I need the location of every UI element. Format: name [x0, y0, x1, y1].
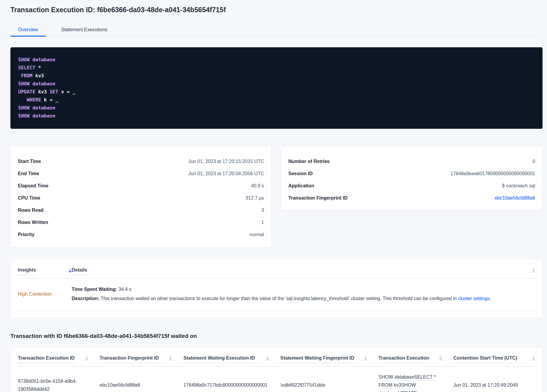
summary-row: Rows Written1	[18, 216, 264, 228]
sql-statement-box: SHOW databaseSELECT * FROM kv3SHOW datab…	[10, 47, 543, 129]
row-value: 40.9 s	[251, 183, 264, 189]
sort-up-arrow-icon	[69, 268, 72, 270]
summary-row: Number of Retries0	[288, 155, 535, 167]
summary-card-timing: Start TimeJun 01, 2023 at 17:20:15:2015 …	[10, 146, 271, 247]
row-label: Session ID	[288, 170, 313, 177]
row-value: 0	[532, 158, 535, 164]
sort-up-arrow-icon	[85, 356, 88, 358]
insights-header-label[interactable]: Insights	[18, 267, 36, 275]
tab-bar: Overview Statement Executions	[10, 23, 543, 37]
row-value: Jun 01, 2023 at 17:20:56:2056 UTC	[188, 170, 264, 177]
row-label: Rows Read	[18, 207, 43, 213]
row-label: Rows Written	[18, 219, 48, 225]
sql-line: UPDATE kv3 SET v = _	[18, 88, 535, 96]
sort-down-arrow-icon	[532, 359, 535, 361]
summary-row: Elapsed Time40.9 s	[18, 180, 264, 192]
sort-icon[interactable]	[69, 267, 72, 274]
cell-contention-start-time: Jun 01, 2023 at 17:20:49:2049	[453, 381, 535, 389]
insight-type-cell: High Contention	[18, 291, 72, 297]
row-value: 3	[261, 207, 264, 213]
high-contention-badge: High Contention	[18, 291, 52, 297]
row-label: CPU Time	[18, 195, 40, 201]
sort-up-arrow-icon	[532, 356, 535, 358]
sort-down-arrow-icon	[439, 359, 442, 361]
column-header-transaction-execution-id: Transaction Execution ID	[18, 355, 100, 363]
column-header-contention-start-time: Contention Start Time (UTC)	[453, 355, 535, 363]
column-header-statement-waiting-execution-id: Statement Waiting Execution ID	[183, 355, 280, 363]
summary-card-session: Number of Retries0 Session ID17648a9eea6…	[281, 146, 543, 211]
cell-transaction-execution: SHOW databaseSELECT * FROM kv3SHOW datab…	[378, 373, 453, 392]
sql-line: SHOW database	[18, 112, 535, 120]
row-value: normal	[249, 231, 264, 238]
transaction-fingerprint-link[interactable]: ebc10ae56cfd88a8	[495, 195, 535, 201]
sort-icon[interactable]	[532, 355, 535, 362]
summary-row: CPU Time312.7 µs	[18, 192, 264, 204]
time-spent-waiting-line: Time Spent Waiting: 34.4 s	[72, 286, 535, 293]
row-value: $ cockroach sql	[502, 183, 535, 189]
column-header-transaction-fingerprint-id: Transaction Fingerprint ID	[100, 355, 183, 363]
row-label: Priority	[18, 231, 34, 238]
table-row: 9738d051-bc0e-4158-a9b4-1903586ddd42 ebc…	[18, 366, 535, 392]
sort-up-arrow-icon	[532, 268, 535, 270]
column-header-statement-waiting-fingerprint-id: Statement Waiting Fingerprint ID	[280, 355, 378, 363]
sort-down-arrow-icon	[532, 271, 535, 273]
sql-line: SELECT *	[18, 64, 535, 72]
sort-icon[interactable]	[169, 355, 172, 362]
row-label: Start Time	[18, 158, 41, 164]
header-label[interactable]: Transaction Fingerprint ID	[100, 355, 159, 363]
cell-transaction-fingerprint-id: ebc10ae56cfd88a8	[100, 381, 183, 389]
header-label[interactable]: Contention Start Time (UTC)	[453, 355, 517, 363]
cell-statement-waiting-execution-id: 176498a9c717bdc80000000000000001	[183, 381, 280, 389]
sql-line: SHOW database	[18, 104, 535, 112]
sort-icon[interactable]	[439, 355, 442, 362]
card-bottom-spacer	[18, 311, 535, 318]
waiting-value: 34.4 s	[117, 287, 131, 292]
description-period: .	[490, 296, 491, 301]
sort-down-arrow-icon	[85, 359, 88, 361]
tab-overview[interactable]: Overview	[10, 23, 46, 36]
summary-row: End TimeJun 01, 2023 at 17:20:56:2056 UT…	[18, 167, 264, 180]
description-text: This transaction waited on other transac…	[99, 296, 458, 301]
summary-cards-row: Start TimeJun 01, 2023 at 17:20:15:2015 …	[10, 146, 543, 247]
sort-down-arrow-icon	[364, 359, 367, 361]
summary-row: Prioritynormal	[18, 228, 264, 241]
waited-on-table-card: Transaction Execution ID Transaction Fin…	[10, 347, 543, 392]
insight-details-cell: Time Spent Waiting: 34.4 s Description: …	[72, 286, 535, 302]
waited-on-heading: Transaction with ID f6be6366-da03-48de-a…	[10, 333, 543, 339]
sort-icon[interactable]	[364, 355, 367, 362]
tab-statement-executions[interactable]: Statement Executions	[54, 23, 115, 36]
row-value: 17648a9eea6017800000000000000001	[450, 170, 535, 177]
sort-up-arrow-icon	[364, 356, 367, 358]
sort-up-arrow-icon	[266, 356, 269, 358]
insights-table-card: Insights Details High Contention Time Sp…	[10, 259, 543, 318]
description-label: Description:	[72, 296, 99, 301]
summary-row: Session ID17648a9eea60178000000000000000…	[288, 167, 535, 180]
sort-down-arrow-icon	[169, 359, 172, 361]
column-header-transaction-execution: Transaction Execution	[378, 355, 453, 363]
sort-icon[interactable]	[85, 355, 88, 362]
sort-up-arrow-icon	[169, 356, 172, 358]
cluster-settings-link[interactable]: cluster settings	[458, 296, 490, 301]
page-title: Transaction Execution ID: f6be6366-da03-…	[10, 6, 543, 14]
insight-row: High Contention Time Spent Waiting: 34.4…	[18, 278, 535, 311]
sort-up-arrow-icon	[439, 356, 442, 358]
header-label[interactable]: Statement Waiting Fingerprint ID	[280, 355, 354, 363]
header-label[interactable]: Transaction Execution ID	[18, 355, 75, 363]
header-label[interactable]: Statement Waiting Execution ID	[183, 355, 255, 363]
row-label: Application	[288, 183, 314, 189]
transaction-execution-link[interactable]: SHOW databaseSELECT * FROM kv3SHOW datab…	[378, 374, 436, 392]
details-header-label[interactable]: Details	[72, 267, 87, 275]
waited-on-table-header: Transaction Execution ID Transaction Fin…	[18, 347, 535, 366]
header-label[interactable]: Transaction Execution	[378, 355, 429, 363]
cell-statement-waiting-fingerprint-id: \xdb8922f077541dda	[280, 381, 378, 389]
sort-icon[interactable]	[532, 267, 535, 274]
description-line: Description: This transaction waited on …	[72, 295, 535, 302]
sort-icon[interactable]	[266, 355, 269, 362]
row-label: Elapsed Time	[18, 183, 48, 189]
summary-row: Rows Read3	[18, 204, 264, 216]
sql-line: SHOW database	[18, 80, 535, 88]
details-column-header: Details	[72, 267, 535, 275]
waiting-label: Time Spent Waiting:	[72, 287, 117, 292]
sql-line: FROM kv3	[18, 72, 535, 80]
row-label: End Time	[18, 170, 39, 177]
